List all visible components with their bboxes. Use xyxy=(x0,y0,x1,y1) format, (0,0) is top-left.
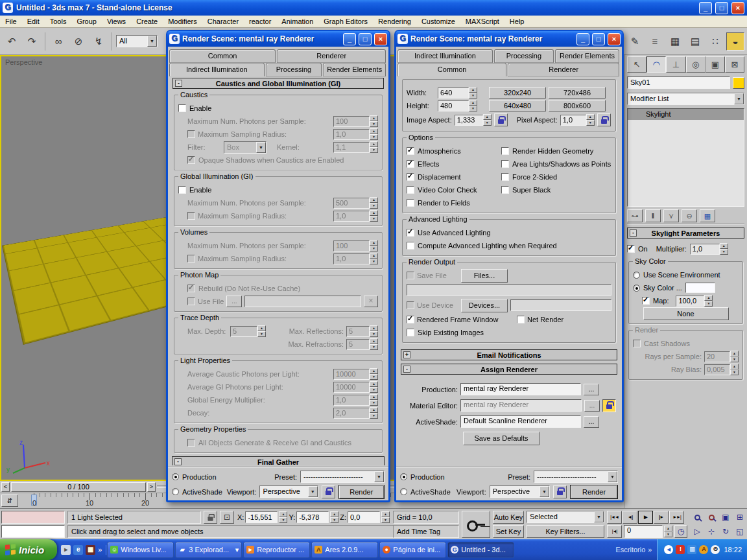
schematic-view-icon[interactable]: ▤ xyxy=(686,32,704,51)
y-coordinate-field[interactable]: -5,378 xyxy=(296,511,329,523)
chevron-down-icon[interactable]: ▼ xyxy=(374,471,384,482)
use-advanced-lighting-checkbox[interactable] xyxy=(407,229,414,237)
play-animation-icon[interactable]: ► xyxy=(638,511,653,524)
activeshade-radio[interactable] xyxy=(172,488,179,495)
key-mode-toggle-icon[interactable]: |◄| xyxy=(607,525,622,538)
preset-320x240-button[interactable]: 320x240 xyxy=(489,87,546,99)
eraser-icon[interactable]: ✎ xyxy=(626,32,644,51)
tab-indirect-illumination[interactable]: Indirect Illumination xyxy=(397,49,493,63)
previous-frame-icon[interactable]: ◄|| xyxy=(622,511,637,524)
render-scene-icon[interactable]: ◒ xyxy=(726,32,744,51)
selection-lock-icon[interactable] xyxy=(204,511,217,524)
layer-manager-icon[interactable]: ≡ xyxy=(646,32,664,51)
caustics-enable-checkbox[interactable] xyxy=(178,104,186,112)
menu-rendering[interactable]: Rendering xyxy=(373,16,416,27)
skylight-on-checkbox[interactable] xyxy=(627,245,635,253)
pixel-aspect-lock-icon[interactable] xyxy=(597,113,611,126)
minimize-button[interactable]: _ xyxy=(576,33,589,45)
collapse-icon[interactable]: - xyxy=(174,458,182,465)
go-to-end-icon[interactable]: ►►| xyxy=(669,511,684,524)
atmospherics-checkbox[interactable] xyxy=(407,147,414,155)
video-color-check-checkbox[interactable] xyxy=(407,186,414,194)
quick-launch-overflow-chevron[interactable]: » xyxy=(98,546,102,554)
displacement-checkbox[interactable] xyxy=(407,173,414,181)
field-of-view-icon[interactable]: ▷ xyxy=(690,525,704,538)
key-filters-button[interactable]: Key Filters... xyxy=(527,525,604,538)
close-button[interactable]: × xyxy=(608,33,621,45)
compute-advanced-lighting-checkbox[interactable] xyxy=(407,242,414,250)
menu-views[interactable]: Views xyxy=(102,16,131,27)
caustics-gi-rollout[interactable]: - Caustics and Global Illumination (GI) xyxy=(172,78,384,89)
image-aspect-field[interactable]: 1,333▲▼ xyxy=(455,114,492,126)
menu-group[interactable]: Group xyxy=(71,16,102,27)
make-unique-icon[interactable]: ⋎ xyxy=(663,209,679,222)
viewport-lock-icon[interactable] xyxy=(322,485,335,498)
tab-display-icon[interactable]: ▣ xyxy=(706,56,725,73)
activeshade-radio[interactable] xyxy=(400,488,407,495)
time-slider[interactable]: 0 / 100 xyxy=(11,482,146,492)
time-prev-button[interactable]: < xyxy=(1,482,10,492)
trackbar-toggle-icon[interactable]: ⇵ xyxy=(1,495,18,507)
skylight-parameters-rollout[interactable]: - Skylight Parameters xyxy=(627,228,744,239)
quick-launch-app-icon[interactable]: ▦ xyxy=(86,545,95,555)
pan-view-icon[interactable]: ⊹ xyxy=(704,525,718,538)
window-minimize-button[interactable]: _ xyxy=(699,2,712,14)
menu-graph-editors[interactable]: Graph Editors xyxy=(318,16,373,27)
tab-indirect-illumination[interactable]: Indirect Illumination xyxy=(169,63,265,76)
tab-renderer[interactable]: Renderer xyxy=(277,49,386,63)
map-checkbox[interactable] xyxy=(642,297,650,305)
height-field[interactable]: 480▲▼ xyxy=(438,100,477,111)
time-configuration-icon[interactable]: ◷ xyxy=(674,525,687,538)
unlink-selection-icon[interactable]: ⊘ xyxy=(69,32,88,51)
sky-color-swatch[interactable] xyxy=(685,283,715,293)
image-aspect-lock-icon[interactable] xyxy=(494,113,508,126)
desktop-toolbar[interactable]: Escritorio » xyxy=(611,546,658,554)
production-radio[interactable] xyxy=(172,473,179,480)
preset-dropdown[interactable]: -------------------------▼ xyxy=(300,471,385,483)
map-amount-field[interactable]: 100,0▲▼ xyxy=(676,295,713,307)
object-name-field[interactable]: Sky01 xyxy=(627,76,730,89)
menu-maxscript[interactable]: MAXScript xyxy=(460,16,504,27)
pin-stack-icon[interactable]: ⊶ xyxy=(627,209,643,222)
stack-item-skylight[interactable]: Skylight xyxy=(628,109,744,120)
taskbar-button-3dsmax[interactable]: GUntitled - 3d... xyxy=(447,542,514,558)
multiplier-field[interactable]: 1,0▲▼ xyxy=(690,243,728,255)
preset-640x480-button[interactable]: 640x480 xyxy=(489,100,546,111)
antivirus-shield-icon[interactable]: ! xyxy=(676,545,685,554)
add-time-tag[interactable]: Add Time Tag xyxy=(393,525,459,538)
tab-common[interactable]: Common xyxy=(397,63,506,76)
material-lock-icon[interactable] xyxy=(602,399,616,412)
tab-modify-icon[interactable]: ◠ xyxy=(646,56,666,73)
effects-checkbox[interactable] xyxy=(407,160,414,168)
menu-animation[interactable]: Animation xyxy=(276,16,318,27)
maximize-viewport-toggle-icon[interactable]: ◱ xyxy=(733,525,747,538)
menu-help[interactable]: Help xyxy=(504,16,530,27)
activeshade-browse-button[interactable]: ... xyxy=(584,416,599,428)
menu-create[interactable]: Create xyxy=(131,16,163,27)
collapse-icon[interactable]: - xyxy=(175,80,182,87)
next-frame-icon[interactable]: ||► xyxy=(654,511,669,524)
devices-button[interactable]: Devices... xyxy=(461,299,508,312)
net-render-checkbox[interactable] xyxy=(517,316,525,323)
zoom-all-icon[interactable] xyxy=(704,511,718,524)
macro-recorder-box[interactable] xyxy=(1,511,65,524)
gi-enable-checkbox[interactable] xyxy=(178,186,186,194)
desktop-overflow-chevron[interactable]: » xyxy=(648,546,652,554)
quick-launch-pointer-icon[interactable]: ▸ xyxy=(61,545,71,555)
x-coordinate-field[interactable]: -15,551 xyxy=(245,511,278,523)
configure-modifier-sets-icon[interactable]: ▦ xyxy=(700,209,715,222)
tab-renderer[interactable]: Renderer xyxy=(508,63,619,76)
production-browse-button[interactable]: ... xyxy=(584,384,599,395)
render-to-fields-checkbox[interactable] xyxy=(407,199,414,207)
close-button[interactable]: × xyxy=(374,33,387,45)
zoom-extents-all-icon[interactable]: ⊞ xyxy=(733,511,747,524)
use-scene-environment-radio[interactable] xyxy=(633,272,640,279)
menu-customize[interactable]: Customize xyxy=(416,16,460,27)
render-button[interactable]: Render xyxy=(338,485,385,499)
taskbar-button-ares[interactable]: AAres 2.0.9... xyxy=(311,542,378,558)
expand-icon[interactable]: + xyxy=(403,351,410,358)
production-radio[interactable] xyxy=(400,473,407,480)
super-black-checkbox[interactable] xyxy=(501,186,509,194)
tab-utilities-icon[interactable]: ⊠ xyxy=(725,56,744,73)
menu-character[interactable]: Character xyxy=(202,16,244,27)
